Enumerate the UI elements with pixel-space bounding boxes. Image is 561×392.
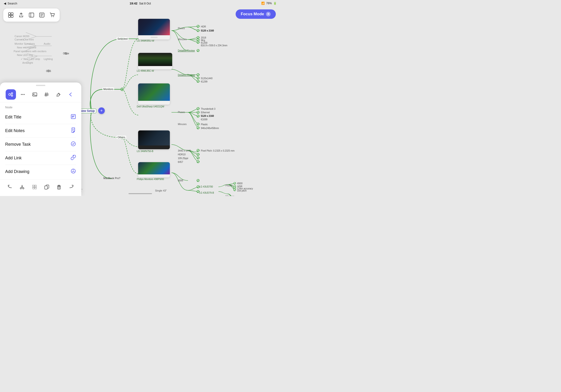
more-btn[interactable] bbox=[18, 89, 28, 100]
svg-point-91 bbox=[22, 187, 24, 189]
svg-line-93 bbox=[22, 185, 22, 187]
monitor-card-lg34wn750b[interactable] bbox=[138, 131, 170, 149]
bottom-action-bar bbox=[0, 179, 81, 196]
cart-btn[interactable] bbox=[47, 10, 57, 20]
spec-ethernet: Ethernet bbox=[201, 111, 210, 114]
status-bar: ◀ Search 19:42 Sat 8 Oct 📶 76% 🔋 bbox=[0, 0, 280, 7]
edit-notes-icon bbox=[70, 127, 76, 134]
single43-node[interactable]: Single 43" bbox=[155, 189, 167, 192]
svg-rect-100 bbox=[58, 186, 60, 189]
lg43ud700-node[interactable]: LG 43UD700 bbox=[199, 185, 213, 188]
cut-btn[interactable] bbox=[17, 182, 27, 192]
monitor-card-lg34wk95uw[interactable] bbox=[138, 19, 170, 40]
node-panelSpeakers: Panel speakers with exciters bbox=[14, 50, 46, 53]
svg-rect-99 bbox=[45, 186, 47, 189]
edit-title-btn[interactable]: Edit Title bbox=[0, 110, 81, 124]
central-node-label[interactable]: New Setup bbox=[79, 109, 96, 113]
svg-line-74 bbox=[47, 93, 47, 96]
spec-tb3: Thunderbolt 3 bbox=[201, 108, 216, 110]
label-dell: Dell UltraSharp U4021QW bbox=[137, 105, 164, 108]
remove-task-label: Remove Task bbox=[5, 142, 31, 147]
image-btn[interactable] bbox=[30, 89, 40, 100]
svg-point-64 bbox=[11, 93, 13, 94]
monitors-node[interactable]: Monitors bbox=[102, 87, 114, 91]
spec-res-2: 5120x1440 bbox=[201, 77, 213, 80]
remove-task-btn[interactable]: Remove Task bbox=[0, 138, 81, 151]
label-lg49wl95cw: LG 49WL95C-W bbox=[137, 70, 154, 72]
wifi-icon: 📶 bbox=[261, 2, 265, 5]
spec-pluses-label-dell: Pluses bbox=[178, 111, 185, 113]
lg43ud79b-node[interactable]: LG 43UD79-B bbox=[199, 192, 214, 194]
spec-res-dell: 5120 x 2160 bbox=[201, 115, 214, 117]
monitor-card-dell[interactable] bbox=[138, 83, 170, 105]
add-node-button[interactable]: + bbox=[98, 107, 105, 114]
panel-icon-row bbox=[0, 88, 81, 102]
svg-rect-2 bbox=[9, 15, 11, 17]
macbookpro-node[interactable]: MacBook Pro? bbox=[103, 177, 120, 180]
focus-mode-close-icon[interactable]: ✕ bbox=[266, 12, 271, 16]
node-lighting: Lighting bbox=[44, 58, 53, 60]
spec-resolution-1: 5120 x 2160 bbox=[201, 29, 214, 32]
node-ambilight: Ambilight bbox=[22, 61, 33, 64]
remove-task-icon bbox=[70, 141, 76, 148]
share-btn[interactable] bbox=[16, 10, 26, 20]
svg-point-70 bbox=[24, 94, 25, 95]
edit-notes-label: Edit Notes bbox=[5, 128, 25, 133]
spec-weight: 9Kg bbox=[201, 39, 205, 42]
copy-btn[interactable] bbox=[42, 182, 52, 192]
svg-rect-60 bbox=[66, 54, 66, 54]
spec-pixelpitch-lg750: Pixel Pitch: 0.2325 x 0.2325 mm bbox=[201, 150, 235, 152]
spec-ppi: 109.25ppi bbox=[178, 157, 188, 160]
svg-rect-4 bbox=[29, 13, 34, 17]
grid-btn[interactable] bbox=[6, 10, 15, 20]
svg-text:@: @ bbox=[48, 70, 49, 71]
hash-btn[interactable] bbox=[42, 89, 52, 100]
edit-notes-btn[interactable]: Edit Notes bbox=[0, 124, 81, 138]
add-drawing-icon bbox=[70, 168, 76, 175]
status-right: 📶 76% 🔋 bbox=[261, 2, 277, 5]
connections-btn[interactable] bbox=[6, 89, 16, 100]
svg-line-67 bbox=[11, 95, 11, 95]
focus-mode-button[interactable]: Focus Mode ✕ bbox=[236, 9, 276, 19]
monitor-card-lg49wl95cw[interactable] bbox=[138, 53, 172, 69]
redo-btn[interactable] bbox=[66, 182, 76, 192]
spec-dim-1: 816.9 x 559.0 x 234.3mm bbox=[201, 44, 227, 47]
label-lg34wn750b: LG 34WN750-B bbox=[137, 150, 153, 152]
label-lg34wk95uw: LG 34WK95U-W bbox=[137, 40, 154, 42]
node-monitorSpeakers: Monitor Speakers bbox=[15, 42, 35, 45]
back-btn[interactable] bbox=[65, 89, 76, 100]
style-btn[interactable] bbox=[54, 89, 64, 100]
node-canonM200: Canon M200 bbox=[15, 35, 29, 38]
svg-point-11 bbox=[53, 16, 54, 17]
add-drawing-btn[interactable]: Add Drawing bbox=[0, 165, 81, 178]
spec-minuses-43ud79b: Minuses bbox=[226, 195, 234, 196]
spec-price-1: €1200 bbox=[201, 42, 207, 44]
svg-rect-3 bbox=[11, 15, 13, 17]
select-btn[interactable] bbox=[29, 182, 40, 192]
sidebar-btn[interactable] bbox=[27, 10, 36, 20]
spec-review-2[interactable]: Detailed Review bbox=[178, 74, 195, 76]
panel-handle[interactable] bbox=[36, 85, 45, 86]
add-link-btn[interactable]: Add Link bbox=[0, 151, 81, 165]
others-node[interactable]: Others bbox=[117, 136, 126, 139]
node-audio: Audio bbox=[44, 42, 50, 45]
spec-minuses-label-dell: Minuses bbox=[178, 123, 186, 126]
svg-point-24 bbox=[121, 89, 123, 90]
bottom-panel: Node Edit Title Edit Notes Remove Task bbox=[0, 83, 81, 196]
spec-res-lg750: 3440 x 1440 bbox=[178, 150, 191, 152]
battery-label: 76% bbox=[266, 2, 272, 5]
monitor-card-philips[interactable] bbox=[138, 162, 170, 177]
list-btn[interactable] bbox=[37, 10, 46, 20]
svg-rect-0 bbox=[9, 13, 11, 15]
spec-price-philips: €899 bbox=[178, 179, 183, 182]
svg-point-90 bbox=[20, 187, 22, 189]
label-philips: Philips Monitors 498P9/00 bbox=[137, 178, 164, 181]
node-newLEDRing: New LED ring bbox=[17, 54, 33, 56]
svg-rect-95 bbox=[35, 185, 36, 187]
delete-btn[interactable] bbox=[54, 182, 64, 192]
svg-rect-1 bbox=[11, 13, 13, 15]
selected-node[interactable]: Selected bbox=[117, 37, 129, 40]
undo-btn[interactable] bbox=[5, 182, 15, 192]
back-label: Search bbox=[8, 2, 17, 5]
spec-review-1[interactable]: Detailed Review bbox=[178, 49, 195, 52]
